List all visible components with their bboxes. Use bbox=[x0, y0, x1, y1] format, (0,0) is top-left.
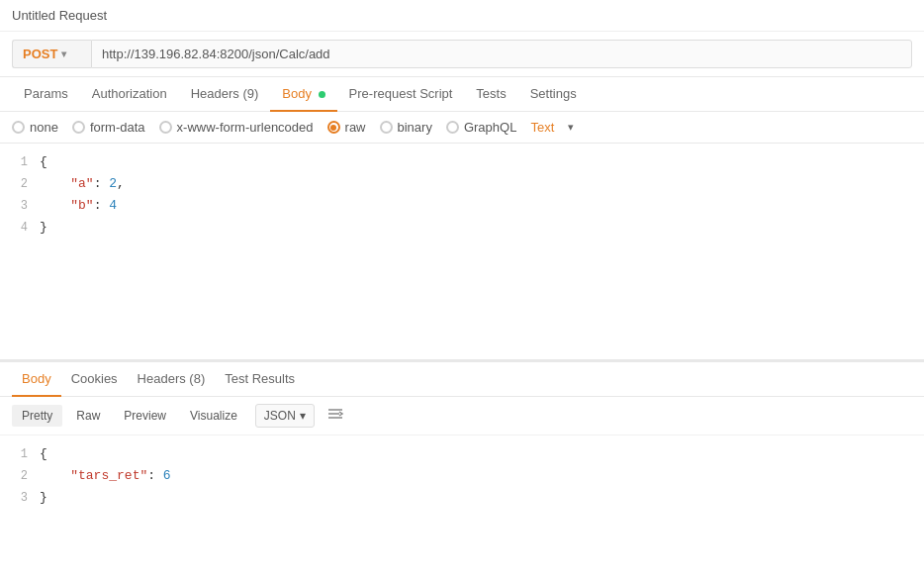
wrap-lines-icon bbox=[326, 405, 344, 423]
url-bar: POST ▾ bbox=[0, 32, 924, 77]
json-dropdown-icon: ▾ bbox=[300, 409, 306, 423]
tab-response-headers[interactable]: Headers (8) bbox=[128, 362, 216, 397]
line-content: "a": 2, bbox=[40, 173, 924, 195]
radio-dot-binary bbox=[380, 121, 393, 134]
json-value: 4 bbox=[109, 198, 117, 213]
method-select[interactable]: POST ▾ bbox=[12, 40, 91, 68]
method-chevron-icon: ▾ bbox=[61, 48, 66, 59]
line-number: 1 bbox=[0, 151, 40, 173]
request-line-4: 4 } bbox=[0, 217, 924, 239]
radio-dot-graphql bbox=[446, 121, 459, 134]
line-content: } bbox=[40, 217, 924, 239]
tab-tests[interactable]: Tests bbox=[464, 77, 517, 112]
response-line-3: 3 } bbox=[0, 487, 924, 509]
tab-settings[interactable]: Settings bbox=[518, 77, 589, 112]
request-line-3: 3 "b": 4 bbox=[0, 195, 924, 217]
json-value: 6 bbox=[163, 468, 171, 483]
radio-graphql[interactable]: GraphQL bbox=[446, 120, 516, 135]
response-format-bar: Pretty Raw Preview Visualize JSON ▾ bbox=[0, 397, 924, 435]
line-content: { bbox=[40, 151, 924, 173]
format-preview[interactable]: Preview bbox=[114, 405, 176, 427]
radio-dot-form-data bbox=[72, 121, 85, 134]
window-title: Untitled Request bbox=[12, 8, 107, 23]
top-tabs: Params Authorization Headers (9) Body Pr… bbox=[0, 77, 924, 112]
radio-dot-urlencoded bbox=[159, 121, 172, 134]
line-content: { bbox=[40, 443, 924, 465]
json-colon: : bbox=[94, 176, 110, 191]
tab-params[interactable]: Params bbox=[12, 77, 80, 112]
url-input[interactable] bbox=[91, 40, 912, 68]
response-line-1: 1 { bbox=[0, 443, 924, 465]
title-bar: Untitled Request bbox=[0, 0, 924, 32]
request-line-2: 2 "a": 2, bbox=[0, 173, 924, 195]
line-number: 4 bbox=[0, 217, 40, 239]
radio-dot-raw bbox=[327, 121, 340, 134]
tab-headers[interactable]: Headers (9) bbox=[179, 77, 271, 112]
response-tabs: Body Cookies Headers (8) Test Results bbox=[0, 362, 924, 397]
format-pretty[interactable]: Pretty bbox=[12, 405, 62, 427]
json-colon: : bbox=[94, 198, 110, 213]
json-type-select[interactable]: JSON ▾ bbox=[255, 404, 315, 428]
radio-binary[interactable]: binary bbox=[380, 120, 432, 135]
body-active-dot bbox=[319, 91, 325, 98]
radio-raw[interactable]: raw bbox=[327, 120, 366, 135]
line-number: 3 bbox=[0, 487, 40, 509]
format-visualize[interactable]: Visualize bbox=[180, 405, 247, 427]
line-number: 2 bbox=[0, 465, 40, 487]
radio-form-data[interactable]: form-data bbox=[72, 120, 145, 135]
tab-cookies[interactable]: Cookies bbox=[61, 362, 128, 397]
tab-test-results[interactable]: Test Results bbox=[215, 362, 305, 397]
line-content: "b": 4 bbox=[40, 195, 924, 217]
response-section: Body Cookies Headers (8) Test Results Pr… bbox=[0, 361, 924, 517]
request-line-1: 1 { bbox=[0, 151, 924, 173]
tab-response-body[interactable]: Body bbox=[12, 362, 61, 397]
json-type-label: JSON bbox=[264, 409, 296, 423]
wrap-icon[interactable] bbox=[326, 405, 344, 427]
radio-urlencoded[interactable]: x-www-form-urlencoded bbox=[159, 120, 314, 135]
format-raw[interactable]: Raw bbox=[66, 405, 110, 427]
radio-dot-none bbox=[12, 121, 25, 134]
json-key: "tars_ret" bbox=[70, 468, 147, 483]
radio-none[interactable]: none bbox=[12, 120, 58, 135]
json-value: 2 bbox=[109, 176, 117, 191]
line-content: } bbox=[40, 487, 924, 509]
body-type-selector: none form-data x-www-form-urlencoded raw… bbox=[0, 112, 924, 144]
line-number: 3 bbox=[0, 195, 40, 217]
method-label: POST bbox=[23, 47, 57, 61]
tab-body[interactable]: Body bbox=[270, 77, 336, 112]
raw-format-dropdown-icon[interactable]: ▾ bbox=[568, 121, 574, 134]
line-content: "tars_ret": 6 bbox=[40, 465, 924, 487]
line-number: 2 bbox=[0, 173, 40, 195]
tab-prerequest[interactable]: Pre-request Script bbox=[337, 77, 465, 112]
tab-authorization[interactable]: Authorization bbox=[80, 77, 179, 112]
line-number: 1 bbox=[0, 443, 40, 465]
json-key: "a" bbox=[70, 176, 93, 191]
raw-format-label[interactable]: Text bbox=[530, 120, 554, 135]
request-body-editor[interactable]: 1 { 2 "a": 2, 3 "b": 4 4 } bbox=[0, 144, 924, 361]
json-key: "b" bbox=[70, 198, 93, 213]
response-line-2: 2 "tars_ret": 6 bbox=[0, 465, 924, 487]
response-body-editor: 1 { 2 "tars_ret": 6 3 } bbox=[0, 435, 924, 517]
